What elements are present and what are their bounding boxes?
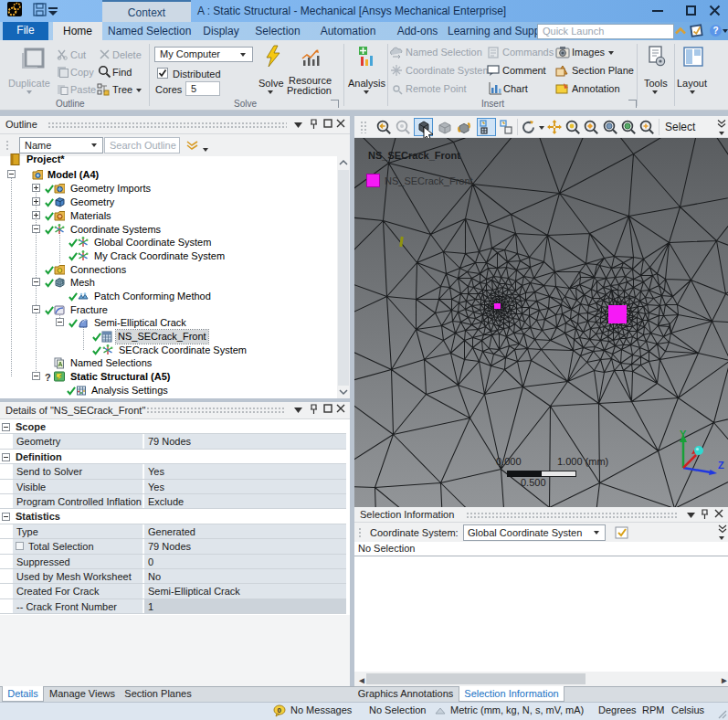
svg-text:Y: Y <box>680 429 687 439</box>
svg-text:0: 0 <box>278 706 282 715</box>
svg-text:Z: Z <box>718 460 724 471</box>
